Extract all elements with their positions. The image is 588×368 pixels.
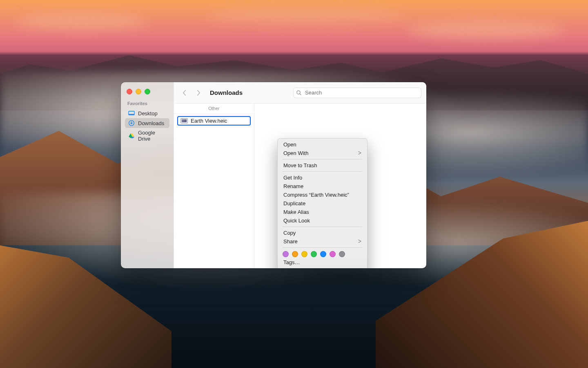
tag-dot-blue[interactable]: [320, 251, 326, 257]
chevron-right-icon: ᐳ: [358, 239, 361, 244]
back-button[interactable]: [180, 88, 189, 98]
file-name: Earth View.heic: [191, 118, 227, 124]
ctx-make-alias[interactable]: Make Alias: [278, 208, 367, 216]
sidebar-item-desktop[interactable]: Desktop: [125, 108, 169, 118]
tag-dot-yellow[interactable]: [301, 251, 307, 257]
tag-dot-green[interactable]: [311, 251, 317, 257]
tag-dot-gray[interactable]: [339, 251, 345, 257]
finder-sidebar: Favorites Desktop Downloads: [121, 82, 174, 268]
ctx-compress[interactable]: Compress “Earth View.heic”: [278, 191, 367, 199]
sidebar-item-label: Desktop: [138, 110, 158, 117]
sidebar-item-downloads[interactable]: Downloads: [125, 118, 169, 128]
zoom-button[interactable]: [145, 89, 150, 94]
close-button[interactable]: [127, 89, 132, 94]
ctx-rename[interactable]: Rename: [278, 182, 367, 191]
tag-dot-purple[interactable]: [283, 251, 289, 257]
svg-rect-1: [129, 114, 134, 115]
ctx-tags[interactable]: Tags…: [278, 258, 367, 267]
search-input[interactable]: [304, 89, 419, 96]
downloads-icon: [128, 120, 135, 126]
ctx-quick-look[interactable]: Quick Look: [278, 216, 367, 225]
sidebar-heading: Favorites: [127, 101, 167, 106]
sidebar-item-label: Google Drive: [138, 130, 166, 142]
finder-toolbar: Downloads: [174, 82, 426, 103]
tag-dot-orange[interactable]: [292, 251, 298, 257]
google-drive-icon: [128, 132, 135, 139]
desktop-wallpaper: Favorites Desktop Downloads: [0, 0, 588, 368]
ctx-open-with[interactable]: Open Withᐳ: [278, 149, 367, 157]
column-header: Other: [174, 103, 254, 114]
search-icon: [296, 90, 302, 96]
finder-main: Downloads Other: [174, 82, 426, 268]
sidebar-item-label: Downloads: [138, 120, 164, 126]
finder-columns: Other Earth View.heic Open Open Withᐳ: [174, 103, 426, 268]
minimize-button[interactable]: [136, 89, 141, 94]
ctx-get-info[interactable]: Get Info: [278, 173, 367, 182]
column-1: Other Earth View.heic: [174, 103, 254, 268]
tag-dot-pink[interactable]: [330, 251, 336, 257]
finder-window: Favorites Desktop Downloads: [121, 82, 426, 268]
sidebar-item-google-drive[interactable]: Google Drive: [125, 128, 169, 144]
file-thumbnail-icon: [180, 118, 188, 123]
file-row-selected[interactable]: Earth View.heic: [177, 116, 251, 126]
context-menu: Open Open Withᐳ Move to Trash Get Info R…: [277, 138, 368, 268]
ctx-tag-row: [278, 249, 367, 258]
forward-button[interactable]: [194, 88, 203, 98]
ctx-duplicate[interactable]: Duplicate: [278, 199, 367, 208]
window-controls: [127, 89, 169, 94]
ctx-copy[interactable]: Copy: [278, 229, 367, 237]
window-title: Downloads: [210, 89, 243, 96]
ctx-open[interactable]: Open: [278, 140, 367, 149]
chevron-right-icon: ᐳ: [358, 150, 361, 156]
ctx-share[interactable]: Shareᐳ: [278, 237, 367, 246]
ctx-move-to-trash[interactable]: Move to Trash: [278, 161, 367, 170]
search-field[interactable]: [293, 88, 421, 98]
desktop-icon: [128, 110, 135, 117]
